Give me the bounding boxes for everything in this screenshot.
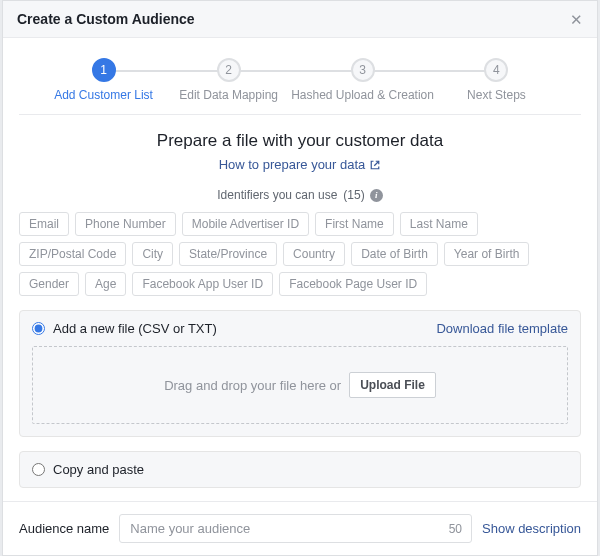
download-template-link[interactable]: Download file template	[436, 321, 568, 336]
step-number: 4	[484, 58, 508, 82]
help-link-text: How to prepare your data	[219, 157, 366, 172]
identifiers-count: (15)	[343, 188, 364, 202]
chip-email[interactable]: Email	[19, 212, 69, 236]
upload-file-button[interactable]: Upload File	[349, 372, 436, 398]
add-file-header: Add a new file (CSV or TXT) Download fil…	[20, 311, 580, 346]
chip-country[interactable]: Country	[283, 242, 345, 266]
step-edit-data-mapping[interactable]: 2 Edit Data Mapping	[166, 58, 291, 102]
external-link-icon	[369, 159, 381, 171]
divider	[19, 114, 581, 115]
step-number: 2	[217, 58, 241, 82]
how-to-prepare-link[interactable]: How to prepare your data	[19, 157, 581, 172]
copy-paste-label: Copy and paste	[53, 462, 144, 477]
step-label: Hashed Upload & Creation	[291, 88, 434, 102]
step-add-customer-list[interactable]: 1 Add Customer List	[41, 58, 166, 102]
step-label: Add Customer List	[54, 88, 153, 102]
add-file-label: Add a new file (CSV or TXT)	[53, 321, 217, 336]
chip-zip[interactable]: ZIP/Postal Code	[19, 242, 126, 266]
copy-paste-header: Copy and paste	[20, 452, 580, 487]
step-number: 1	[92, 58, 116, 82]
add-file-radio[interactable]: Add a new file (CSV or TXT)	[32, 321, 217, 336]
step-next-steps[interactable]: 4 Next Steps	[434, 58, 559, 102]
chip-phone[interactable]: Phone Number	[75, 212, 176, 236]
step-number: 3	[351, 58, 375, 82]
close-icon[interactable]: ✕	[570, 12, 583, 27]
chip-mobile-ad-id[interactable]: Mobile Advertiser ID	[182, 212, 309, 236]
chip-city[interactable]: City	[132, 242, 173, 266]
step-label: Edit Data Mapping	[179, 88, 278, 102]
page-heading: Prepare a file with your customer data	[19, 131, 581, 151]
audience-name-wrap: 50	[119, 514, 472, 543]
file-dropzone[interactable]: Drag and drop your file here or Upload F…	[32, 346, 568, 424]
chip-last-name[interactable]: Last Name	[400, 212, 478, 236]
chip-first-name[interactable]: First Name	[315, 212, 394, 236]
info-icon[interactable]: i	[370, 189, 383, 202]
add-file-option: Add a new file (CSV or TXT) Download fil…	[19, 310, 581, 437]
modal-title: Create a Custom Audience	[17, 11, 195, 27]
copy-paste-option: Copy and paste	[19, 451, 581, 488]
modal-content: 1 Add Customer List 2 Edit Data Mapping …	[3, 38, 597, 501]
copy-paste-radio[interactable]: Copy and paste	[32, 462, 144, 477]
identifiers-header: Identifiers you can use (15) i	[19, 188, 581, 202]
step-label: Next Steps	[467, 88, 526, 102]
show-description-link[interactable]: Show description	[482, 521, 581, 536]
chip-fb-app-user-id[interactable]: Facebook App User ID	[132, 272, 273, 296]
chip-age[interactable]: Age	[85, 272, 126, 296]
add-file-radio-input[interactable]	[32, 322, 45, 335]
modal-header: Create a Custom Audience ✕	[3, 1, 597, 38]
chip-yob[interactable]: Year of Birth	[444, 242, 530, 266]
chip-state[interactable]: State/Province	[179, 242, 277, 266]
audience-name-input[interactable]	[119, 514, 472, 543]
modal-footer: Audience name 50 Show description	[3, 501, 597, 555]
step-hashed-upload[interactable]: 3 Hashed Upload & Creation	[291, 58, 434, 102]
identifiers-text: Identifiers you can use	[217, 188, 337, 202]
dropzone-text: Drag and drop your file here or	[164, 378, 341, 393]
chip-fb-page-user-id[interactable]: Facebook Page User ID	[279, 272, 427, 296]
stepper: 1 Add Customer List 2 Edit Data Mapping …	[41, 58, 559, 102]
chip-gender[interactable]: Gender	[19, 272, 79, 296]
copy-paste-radio-input[interactable]	[32, 463, 45, 476]
chip-dob[interactable]: Date of Birth	[351, 242, 438, 266]
identifier-chips: Email Phone Number Mobile Advertiser ID …	[19, 212, 581, 296]
custom-audience-modal: Create a Custom Audience ✕ 1 Add Custome…	[2, 0, 598, 556]
audience-name-label: Audience name	[19, 521, 109, 536]
